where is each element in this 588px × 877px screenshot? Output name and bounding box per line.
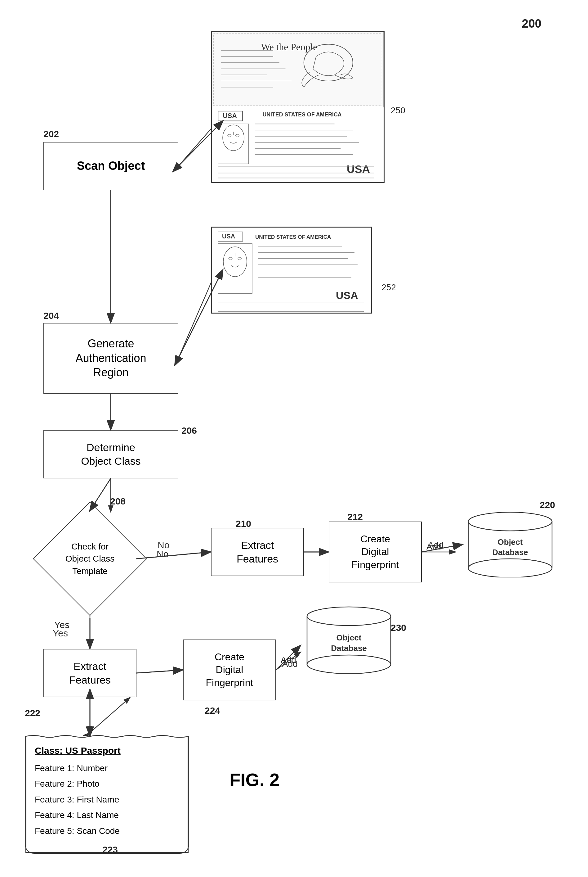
class-title: Class: US Passport	[35, 743, 179, 758]
scan-object-box: Scan Object	[44, 142, 178, 190]
ref-222: 222	[25, 708, 40, 718]
svg-text:USA: USA	[222, 233, 235, 240]
create-fp-yes-box: Create Digital Fingerprint	[183, 639, 276, 700]
ref-252: 252	[381, 283, 396, 292]
svg-text:UNITED STATES OF AMERICA: UNITED STATES OF AMERICA	[262, 111, 342, 118]
svg-line-10	[136, 670, 183, 673]
ref-220: 220	[540, 500, 555, 510]
extract-features-yes-box: Extract Features	[44, 649, 136, 697]
svg-point-71	[307, 655, 391, 674]
svg-text:We the People: We the People	[261, 42, 317, 53]
ref-230: 230	[391, 623, 406, 633]
svg-point-65	[468, 512, 552, 531]
ref-208: 208	[110, 496, 126, 507]
ref-210: 210	[236, 519, 251, 529]
class-features: Feature 1: Number Feature 2: Photo Featu…	[35, 761, 179, 839]
svg-text:Database: Database	[492, 548, 528, 557]
svg-line-13	[90, 697, 130, 733]
class-template-box: Class: US Passport Feature 1: Number Fea…	[25, 736, 189, 854]
fig-label: FIG. 2	[230, 769, 279, 790]
check-template-diamond: Check forObject ClassTemplate	[25, 500, 155, 618]
det-object-class-box: Determine Object Class	[44, 430, 178, 478]
add-label-1: Add	[426, 542, 442, 552]
ref-204: 204	[44, 310, 59, 321]
ref-223: 223	[102, 844, 118, 855]
svg-point-66	[468, 559, 552, 578]
ref-224: 224	[205, 706, 220, 716]
ref-250: 250	[391, 105, 405, 116]
svg-point-70	[307, 607, 391, 626]
ref-212: 212	[347, 511, 363, 522]
gen-auth-region-box: Generate Authentication Region	[44, 323, 178, 394]
svg-text:Object: Object	[336, 633, 362, 642]
svg-text:UNITED STATES OF AMERICA: UNITED STATES OF AMERICA	[255, 234, 331, 240]
svg-text:USA: USA	[336, 289, 358, 301]
yes-label: Yes	[54, 620, 69, 630]
extract-features-no-box: Extract Features	[211, 528, 304, 576]
obj-db-230: Object Database 230	[301, 604, 397, 675]
no-label: No	[157, 549, 168, 560]
passport-lower-image: UNITED STATES OF AMERICA USA USA	[211, 227, 372, 314]
figure-ref-number: 200	[522, 17, 542, 30]
svg-text:Database: Database	[331, 644, 367, 653]
passport-full-image: We the People UNITED STATES OF AMERICA	[211, 31, 384, 183]
ref-206: 206	[182, 425, 197, 436]
add-label-2: Add	[280, 655, 296, 665]
svg-line-85	[136, 670, 182, 673]
create-fp-no-box: Create Digital Fingerprint	[329, 522, 422, 582]
svg-text:USA: USA	[347, 163, 370, 175]
svg-text:USA: USA	[223, 112, 237, 119]
svg-text:Object: Object	[498, 537, 523, 547]
obj-db-220: Object Database 220	[462, 509, 558, 578]
ref-202: 202	[44, 129, 59, 139]
